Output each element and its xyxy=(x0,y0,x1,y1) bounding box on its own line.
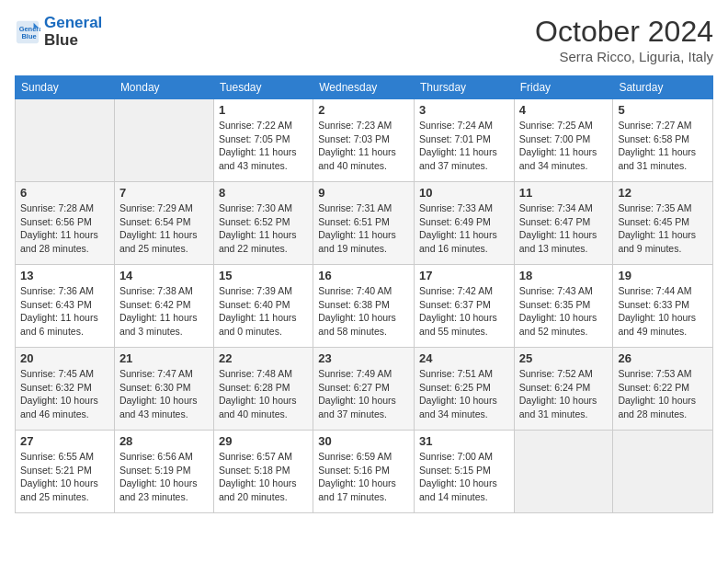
day-number: 4 xyxy=(519,103,609,117)
calendar-table: SundayMondayTuesdayWednesdayThursdayFrid… xyxy=(15,75,713,513)
calendar-cell: 19Sunrise: 7:44 AMSunset: 6:33 PMDayligh… xyxy=(613,265,713,348)
day-number: 25 xyxy=(519,351,609,365)
day-info: Sunrise: 7:40 AMSunset: 6:38 PMDaylight:… xyxy=(318,284,409,339)
calendar-cell: 15Sunrise: 7:39 AMSunset: 6:40 PMDayligh… xyxy=(213,265,313,348)
logo-icon: General Blue xyxy=(15,19,40,45)
calendar-cell: 26Sunrise: 7:53 AMSunset: 6:22 PMDayligh… xyxy=(613,348,713,431)
calendar-cell: 1Sunrise: 7:22 AMSunset: 7:05 PMDaylight… xyxy=(213,99,313,182)
day-info: Sunrise: 7:39 AMSunset: 6:40 PMDaylight:… xyxy=(219,284,308,339)
day-info: Sunrise: 6:59 AMSunset: 5:16 PMDaylight:… xyxy=(318,450,409,504)
day-info: Sunrise: 6:56 AMSunset: 5:19 PMDaylight:… xyxy=(119,450,209,504)
calendar-cell: 11Sunrise: 7:34 AMSunset: 6:47 PMDayligh… xyxy=(514,182,613,265)
day-number: 29 xyxy=(219,434,308,448)
day-info: Sunrise: 7:48 AMSunset: 6:28 PMDaylight:… xyxy=(219,367,308,421)
day-number: 10 xyxy=(419,186,509,200)
logo-text-blue: Blue xyxy=(44,31,78,49)
day-number: 12 xyxy=(618,186,708,200)
day-info: Sunrise: 7:45 AMSunset: 6:32 PMDaylight:… xyxy=(20,367,109,421)
day-info: Sunrise: 7:49 AMSunset: 6:27 PMDaylight:… xyxy=(318,367,409,421)
day-info: Sunrise: 7:27 AMSunset: 6:58 PMDaylight:… xyxy=(618,119,708,173)
calendar-subtitle: Serra Ricco, Liguria, Italy xyxy=(535,49,713,64)
calendar-cell: 27Sunrise: 6:55 AMSunset: 5:21 PMDayligh… xyxy=(16,431,115,513)
calendar-cell: 9Sunrise: 7:31 AMSunset: 6:51 PMDaylight… xyxy=(313,182,415,265)
calendar-cell: 16Sunrise: 7:40 AMSunset: 6:38 PMDayligh… xyxy=(313,265,415,348)
calendar-cell: 13Sunrise: 7:36 AMSunset: 6:43 PMDayligh… xyxy=(16,265,115,348)
day-info: Sunrise: 7:35 AMSunset: 6:45 PMDaylight:… xyxy=(618,201,708,256)
day-info: Sunrise: 7:24 AMSunset: 7:01 PMDaylight:… xyxy=(419,119,509,173)
day-number: 19 xyxy=(618,269,708,282)
calendar-cell: 2Sunrise: 7:23 AMSunset: 7:03 PMDaylight… xyxy=(313,99,415,182)
day-number: 28 xyxy=(119,434,209,448)
day-number: 30 xyxy=(318,434,409,448)
calendar-cell: 21Sunrise: 7:47 AMSunset: 6:30 PMDayligh… xyxy=(114,348,213,431)
calendar-cell: 12Sunrise: 7:35 AMSunset: 6:45 PMDayligh… xyxy=(613,182,713,265)
day-number: 17 xyxy=(419,269,509,282)
calendar-week-2: 6Sunrise: 7:28 AMSunset: 6:56 PMDaylight… xyxy=(16,182,713,265)
calendar-cell: 18Sunrise: 7:43 AMSunset: 6:35 PMDayligh… xyxy=(514,265,613,348)
calendar-cell: 17Sunrise: 7:42 AMSunset: 6:37 PMDayligh… xyxy=(415,265,515,348)
day-number: 31 xyxy=(419,434,509,448)
day-info: Sunrise: 7:33 AMSunset: 6:49 PMDaylight:… xyxy=(419,201,509,256)
weekday-header-tuesday: Tuesday xyxy=(213,76,313,99)
calendar-cell: 14Sunrise: 7:38 AMSunset: 6:42 PMDayligh… xyxy=(114,265,213,348)
day-number: 21 xyxy=(119,351,209,365)
day-number: 22 xyxy=(219,351,308,365)
day-info: Sunrise: 7:22 AMSunset: 7:05 PMDaylight:… xyxy=(219,119,308,173)
weekday-header-row: SundayMondayTuesdayWednesdayThursdayFrid… xyxy=(16,76,713,99)
weekday-header-sunday: Sunday xyxy=(16,76,115,99)
calendar-cell xyxy=(613,431,713,513)
calendar-cell: 23Sunrise: 7:49 AMSunset: 6:27 PMDayligh… xyxy=(313,348,415,431)
calendar-cell: 8Sunrise: 7:30 AMSunset: 6:52 PMDaylight… xyxy=(213,182,313,265)
day-number: 16 xyxy=(318,269,409,282)
day-number: 9 xyxy=(318,186,409,200)
weekday-header-saturday: Saturday xyxy=(613,76,713,99)
title-block: October 2024 Serra Ricco, Liguria, Italy xyxy=(535,15,713,64)
day-number: 8 xyxy=(219,186,308,200)
day-info: Sunrise: 7:23 AMSunset: 7:03 PMDaylight:… xyxy=(318,119,409,173)
calendar-week-3: 13Sunrise: 7:36 AMSunset: 6:43 PMDayligh… xyxy=(16,265,713,348)
calendar-cell: 7Sunrise: 7:29 AMSunset: 6:54 PMDaylight… xyxy=(114,182,213,265)
day-info: Sunrise: 6:55 AMSunset: 5:21 PMDaylight:… xyxy=(20,450,109,504)
calendar-week-4: 20Sunrise: 7:45 AMSunset: 6:32 PMDayligh… xyxy=(16,348,713,431)
day-number: 7 xyxy=(119,186,209,200)
day-number: 26 xyxy=(618,351,708,365)
day-info: Sunrise: 7:30 AMSunset: 6:52 PMDaylight:… xyxy=(219,201,308,256)
calendar-cell: 5Sunrise: 7:27 AMSunset: 6:58 PMDaylight… xyxy=(613,99,713,182)
calendar-cell xyxy=(514,431,613,513)
day-info: Sunrise: 7:29 AMSunset: 6:54 PMDaylight:… xyxy=(119,201,209,256)
page-header: General Blue General Blue October 2024 S… xyxy=(15,15,713,64)
calendar-cell: 29Sunrise: 6:57 AMSunset: 5:18 PMDayligh… xyxy=(213,431,313,513)
day-number: 27 xyxy=(20,434,109,448)
calendar-cell: 22Sunrise: 7:48 AMSunset: 6:28 PMDayligh… xyxy=(213,348,313,431)
calendar-cell: 25Sunrise: 7:52 AMSunset: 6:24 PMDayligh… xyxy=(514,348,613,431)
day-number: 2 xyxy=(318,103,409,117)
day-info: Sunrise: 7:00 AMSunset: 5:15 PMDaylight:… xyxy=(419,450,509,504)
day-number: 3 xyxy=(419,103,509,117)
calendar-title: October 2024 xyxy=(535,15,713,49)
weekday-header-wednesday: Wednesday xyxy=(313,76,415,99)
day-number: 1 xyxy=(219,103,308,117)
day-number: 13 xyxy=(20,269,109,282)
calendar-cell: 31Sunrise: 7:00 AMSunset: 5:15 PMDayligh… xyxy=(415,431,515,513)
day-info: Sunrise: 7:25 AMSunset: 7:00 PMDaylight:… xyxy=(519,119,609,173)
day-info: Sunrise: 7:31 AMSunset: 6:51 PMDaylight:… xyxy=(318,201,409,256)
logo: General Blue General Blue xyxy=(15,15,102,49)
day-info: Sunrise: 6:57 AMSunset: 5:18 PMDaylight:… xyxy=(219,450,308,504)
calendar-cell: 3Sunrise: 7:24 AMSunset: 7:01 PMDaylight… xyxy=(415,99,515,182)
svg-text:Blue: Blue xyxy=(21,32,36,40)
day-info: Sunrise: 7:47 AMSunset: 6:30 PMDaylight:… xyxy=(119,367,209,421)
day-info: Sunrise: 7:38 AMSunset: 6:42 PMDaylight:… xyxy=(119,284,209,339)
weekday-header-monday: Monday xyxy=(114,76,213,99)
day-number: 5 xyxy=(618,103,708,117)
day-info: Sunrise: 7:42 AMSunset: 6:37 PMDaylight:… xyxy=(419,284,509,339)
calendar-cell xyxy=(114,99,213,182)
day-info: Sunrise: 7:34 AMSunset: 6:47 PMDaylight:… xyxy=(519,201,609,256)
calendar-cell: 20Sunrise: 7:45 AMSunset: 6:32 PMDayligh… xyxy=(16,348,115,431)
day-number: 6 xyxy=(20,186,109,200)
weekday-header-friday: Friday xyxy=(514,76,613,99)
calendar-cell xyxy=(16,99,115,182)
day-number: 24 xyxy=(419,351,509,365)
day-info: Sunrise: 7:52 AMSunset: 6:24 PMDaylight:… xyxy=(519,367,609,421)
logo-text-general: General xyxy=(44,14,102,31)
day-number: 15 xyxy=(219,269,308,282)
